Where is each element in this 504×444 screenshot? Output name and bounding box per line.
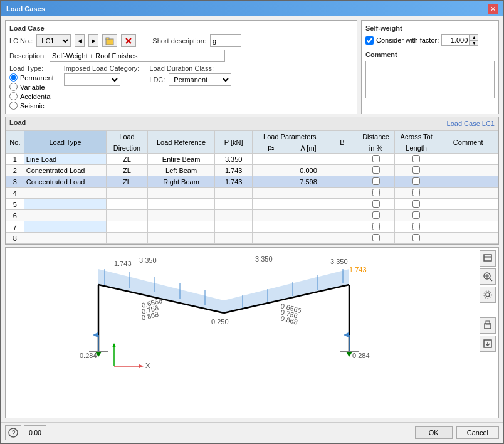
- title-bar: Load Cases ✕: [1, 1, 503, 16]
- description-label: Description:: [9, 52, 46, 60]
- row-checkbox[interactable]: [372, 211, 380, 219]
- duration-label: Load Duration Class:: [149, 65, 231, 72]
- col-i-header-sub: Length: [394, 142, 438, 154]
- nav-prev-button[interactable]: ◀: [75, 34, 85, 47]
- col-b-header-sub: Direction: [107, 142, 148, 154]
- ldc-select[interactable]: Permanent: [169, 73, 231, 86]
- row-checkbox[interactable]: [412, 234, 420, 241]
- factor-input[interactable]: [441, 34, 470, 46]
- load-case-panel-title: Load Case: [9, 24, 353, 32]
- close-button[interactable]: ✕: [488, 4, 498, 14]
- label-accidental: Accidental: [20, 93, 52, 100]
- visualization-panel: 1.743 3.350 3.350 3.350 1.743 0.6566 0.7…: [5, 247, 499, 418]
- radio-accidental[interactable]: [9, 92, 18, 100]
- row-checkbox[interactable]: [372, 177, 380, 185]
- viz-btn-3[interactable]: [480, 287, 496, 303]
- row-checkbox[interactable]: [372, 166, 380, 174]
- row-checkbox[interactable]: [372, 155, 380, 162]
- col-i-header-top: Across Tot: [394, 131, 438, 142]
- short-desc-label: Short description:: [152, 37, 206, 45]
- row-checkbox[interactable]: [412, 189, 420, 196]
- svg-text:0.284: 0.284: [352, 352, 370, 359]
- short-desc-input[interactable]: [210, 34, 241, 47]
- lc-select[interactable]: LC1: [36, 34, 71, 47]
- row-checkbox[interactable]: [372, 234, 380, 241]
- svg-point-52: [486, 293, 490, 297]
- row-checkbox[interactable]: [412, 211, 420, 219]
- comment-textarea[interactable]: [365, 61, 495, 98]
- col-c-header: Load Reference: [147, 131, 214, 154]
- row-checkbox[interactable]: [412, 223, 420, 230]
- table-row[interactable]: 6: [6, 210, 498, 221]
- load-case-panel: Load Case LC No.: LC1 ◀ ▶: [5, 20, 357, 114]
- description-input[interactable]: [50, 50, 225, 62]
- radio-seismic[interactable]: [9, 102, 18, 110]
- cancel-button[interactable]: Cancel: [456, 426, 499, 439]
- table-row[interactable]: 1Line LoadZLEntire Beam3.350: [6, 154, 498, 165]
- col-h-header-top: Distance: [357, 131, 395, 142]
- col-j-header: Comment: [438, 131, 498, 154]
- radio-variable[interactable]: [9, 83, 18, 91]
- load-table-title: Load: [9, 119, 26, 126]
- imposed-label: Imposed Load Category:: [64, 65, 139, 72]
- folder-icon: [105, 36, 114, 45]
- table-row[interactable]: 3Concentrated LoadZLRight Beam1.7437.598: [6, 176, 498, 188]
- load-table: No. Load Type Load Load Reference P [kN]…: [6, 130, 498, 244]
- col-f-header: A [m]: [290, 142, 327, 154]
- row-checkbox[interactable]: [412, 200, 420, 208]
- col-d-header: P [kN]: [215, 131, 253, 154]
- col-no-header: No.: [6, 131, 24, 154]
- delete-lc-button[interactable]: [121, 34, 136, 47]
- radio-permanent[interactable]: [9, 73, 18, 82]
- load-cases-dialog: Load Cases ✕ Load Case LC No.: LC1 ◀ ▶: [0, 0, 504, 444]
- export-icon: [483, 339, 493, 349]
- row-checkbox[interactable]: [412, 177, 420, 185]
- col-b-header-top: Load: [107, 131, 148, 142]
- viz-btn-2[interactable]: [480, 268, 496, 285]
- ok-button[interactable]: OK: [415, 426, 453, 439]
- factor-up-button[interactable]: ▲: [470, 34, 478, 40]
- bottom-bar: ? 0.00 OK Cancel: [1, 422, 503, 443]
- comment-label: Comment: [365, 51, 495, 58]
- self-weight-title: Self-weight: [365, 24, 495, 32]
- add-lc-button[interactable]: [102, 34, 117, 47]
- svg-rect-46: [484, 255, 491, 261]
- structure-diagram: 1.743 3.350 3.350 3.350 1.743 0.6566 0.7…: [17, 250, 487, 373]
- label-seismic: Seismic: [20, 102, 45, 110]
- row-checkbox[interactable]: [372, 200, 380, 208]
- row-checkbox[interactable]: [412, 166, 420, 174]
- zoom-icon: [483, 272, 493, 282]
- load-type-label: Load Type:: [9, 65, 54, 72]
- table-row[interactable]: 8: [6, 233, 498, 244]
- table-row[interactable]: 2Concentrated LoadZLLeft Beam1.7430.000: [6, 165, 498, 176]
- svg-text:1.743: 1.743: [114, 260, 132, 267]
- svg-rect-1: [106, 38, 109, 40]
- row-checkbox[interactable]: [412, 155, 420, 162]
- help-icon: ?: [8, 428, 18, 438]
- svg-text:3.350: 3.350: [255, 255, 273, 263]
- viz-btn-4[interactable]: [480, 317, 496, 334]
- table-row[interactable]: 4: [6, 188, 498, 199]
- factor-spinbox: ▲ ▼: [441, 34, 478, 46]
- load-table-section: Load Load Case LC1 No. Load Type Load Lo…: [5, 117, 499, 245]
- viz-btn-1[interactable]: [480, 250, 496, 267]
- table-row[interactable]: 5: [6, 199, 498, 210]
- table-row[interactable]: 7: [6, 221, 498, 233]
- label-variable: Variable: [20, 83, 45, 91]
- zero-button[interactable]: 0.00: [24, 425, 46, 440]
- row-checkbox[interactable]: [372, 189, 380, 196]
- row-checkbox[interactable]: [372, 223, 380, 230]
- col-g-header: B: [327, 131, 357, 154]
- load-case-ref: Load Case LC1: [447, 120, 495, 127]
- dialog-title: Load Cases: [6, 5, 45, 13]
- imposed-select[interactable]: [64, 73, 120, 86]
- nav-next-button[interactable]: ▶: [88, 34, 98, 47]
- consider-checkbox[interactable]: [365, 36, 374, 45]
- col-a-header: Load Type: [24, 131, 106, 154]
- viz-btn-5[interactable]: [480, 336, 496, 352]
- self-weight-panel: Self-weight Consider with factor: ▲ ▼ Co…: [361, 20, 499, 114]
- svg-text:3.350: 3.350: [330, 258, 348, 265]
- help-button[interactable]: ?: [5, 425, 21, 440]
- svg-text:1.743: 1.743: [349, 266, 367, 273]
- factor-down-button[interactable]: ▼: [470, 40, 478, 46]
